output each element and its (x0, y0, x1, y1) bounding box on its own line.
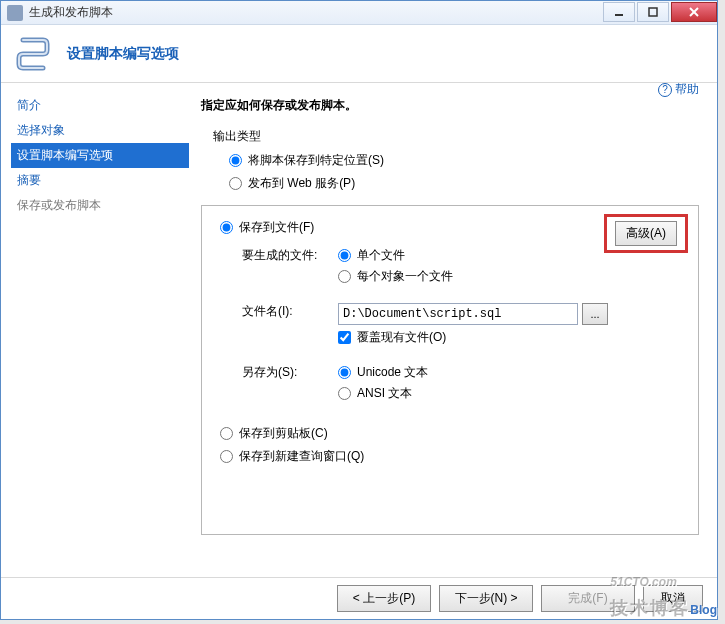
output-type-label: 输出类型 (213, 128, 699, 145)
radio-ansi[interactable]: ANSI 文本 (338, 383, 686, 404)
help-link[interactable]: ?帮助 (658, 81, 699, 98)
radio-new-query[interactable]: 保存到新建查询窗口(Q) (220, 445, 686, 468)
radio-new-query-input[interactable] (220, 450, 233, 463)
radio-unicode-input[interactable] (338, 366, 351, 379)
browse-button[interactable]: ... (582, 303, 608, 325)
dialog-window: 生成和发布脚本 设置脚本编写选项 简介 选择对象 设置脚本编写选项 摘要 保存或… (0, 0, 718, 620)
radio-single-file-input[interactable] (338, 249, 351, 262)
main-content: ?帮助 指定应如何保存或发布脚本。 输出类型 将脚本保存到特定位置(S) 发布到… (191, 83, 717, 577)
footer: < 上一步(P) 下一步(N) > 完成(F) 取消 (1, 577, 717, 619)
close-button[interactable] (671, 2, 717, 22)
radio-file-per-object[interactable]: 每个对象一个文件 (338, 266, 686, 287)
sidebar-item-save: 保存或发布脚本 (11, 193, 189, 218)
page-title: 设置脚本编写选项 (67, 45, 179, 63)
next-button[interactable]: 下一步(N) > (439, 585, 533, 612)
radio-publish-web-input[interactable] (229, 177, 242, 190)
files-to-generate-label: 要生成的文件: (214, 245, 338, 264)
advanced-highlight: 高级(A) (604, 214, 688, 253)
help-icon: ? (658, 83, 672, 97)
section-heading: 指定应如何保存或发布脚本。 (201, 97, 699, 114)
filename-input[interactable] (338, 303, 578, 325)
script-icon (15, 34, 55, 74)
radio-ansi-input[interactable] (338, 387, 351, 400)
maximize-button[interactable] (637, 2, 669, 22)
sidebar-item-choose[interactable]: 选择对象 (11, 118, 189, 143)
back-button[interactable]: < 上一步(P) (337, 585, 431, 612)
radio-unicode[interactable]: Unicode 文本 (338, 362, 686, 383)
overwrite-checkbox[interactable] (338, 331, 351, 344)
radio-clipboard-input[interactable] (220, 427, 233, 440)
svg-rect-1 (649, 8, 657, 16)
sidebar-item-summary[interactable]: 摘要 (11, 168, 189, 193)
save-as-label: 另存为(S): (214, 362, 338, 381)
cancel-button[interactable]: 取消 (643, 585, 703, 612)
radio-clipboard[interactable]: 保存到剪贴板(C) (220, 422, 686, 445)
options-panel: 高级(A) 保存到文件(F) 要生成的文件: 单个文件 每个对象一个文件 文件名… (201, 205, 699, 535)
filename-label: 文件名(I): (214, 301, 338, 320)
radio-publish-web[interactable]: 发布到 Web 服务(P) (229, 172, 699, 195)
radio-save-location-input[interactable] (229, 154, 242, 167)
window-title: 生成和发布脚本 (29, 4, 601, 21)
advanced-button[interactable]: 高级(A) (615, 221, 677, 246)
app-icon (7, 5, 23, 21)
radio-save-file-input[interactable] (220, 221, 233, 234)
sidebar-item-intro[interactable]: 简介 (11, 93, 189, 118)
sidebar: 简介 选择对象 设置脚本编写选项 摘要 保存或发布脚本 (1, 83, 191, 577)
minimize-button[interactable] (603, 2, 635, 22)
overwrite-checkbox-row[interactable]: 覆盖现有文件(O) (338, 327, 686, 348)
radio-save-location[interactable]: 将脚本保存到特定位置(S) (229, 149, 699, 172)
radio-file-per-object-input[interactable] (338, 270, 351, 283)
titlebar: 生成和发布脚本 (1, 1, 717, 25)
sidebar-item-options[interactable]: 设置脚本编写选项 (11, 143, 189, 168)
header: 设置脚本编写选项 (1, 25, 717, 83)
finish-button: 完成(F) (541, 585, 635, 612)
